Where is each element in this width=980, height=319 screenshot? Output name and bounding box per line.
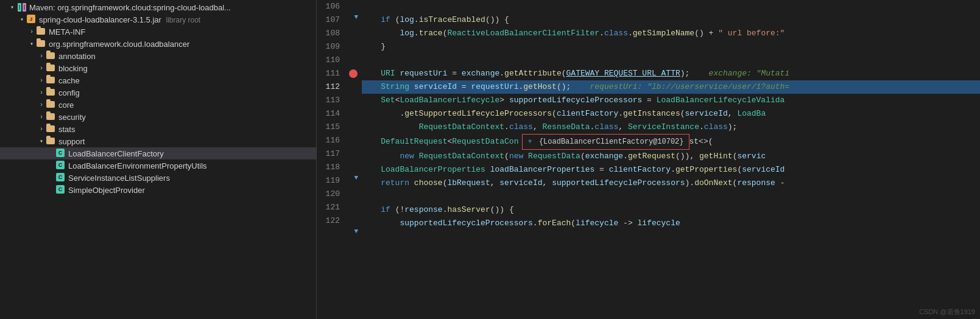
annotation-label: annotation <box>58 52 96 61</box>
service-instance-item[interactable]: C ServiceInstanceListSuppliers <box>0 172 316 184</box>
blocking-arrow <box>37 65 46 72</box>
debug-tooltip[interactable]: + {LoadBalancerClientFactory@10702} <box>522 134 689 150</box>
core-label: core <box>58 100 74 110</box>
security-label: security <box>58 113 86 122</box>
maven-root-arrow <box>7 4 17 11</box>
cache-label: cache <box>58 76 80 85</box>
meta-inf-folder-icon <box>37 27 46 37</box>
cache-folder-icon <box>46 75 56 85</box>
ln-112: 112 <box>317 80 342 94</box>
ln-115: 115 <box>317 121 342 134</box>
meta-inf-label: META-INF <box>49 27 85 37</box>
gutter-arrow-107: ▼ <box>354 13 358 21</box>
code-line-107: if (log.isTraceEnabled()) { <box>362 13 980 27</box>
code-line-111: URI requestUri = exchange.getAttribute(G… <box>362 67 980 80</box>
code-line-109: } <box>362 40 980 54</box>
blocking-folder-icon <box>46 63 56 73</box>
gutter-arrow-115: ▼ <box>354 174 358 181</box>
simple-object-item[interactable]: C SimpleObjectProvider <box>0 184 316 196</box>
cache-item[interactable]: cache <box>0 74 316 86</box>
ln-113: 113 <box>317 94 342 107</box>
maven-root-item[interactable]: Maven: org.springframework.cloud:spring-… <box>0 1 316 13</box>
support-label: support <box>58 137 85 146</box>
class2-icon: C <box>56 161 66 170</box>
cache-arrow <box>37 77 46 84</box>
jar-icon: J <box>27 15 37 24</box>
code-line-108: log.trace(ReactiveLoadBalancerClientFilt… <box>362 27 980 40</box>
jar-label: spring-cloud-loadbalancer-3.1.5.jar libr… <box>39 15 200 24</box>
maven-root-label: Maven: org.springframework.cloud:spring-… <box>29 3 231 12</box>
ln-121: 121 <box>317 201 342 214</box>
stats-arrow <box>37 126 46 133</box>
meta-inf-item[interactable]: META-INF <box>0 26 316 38</box>
ln-111: 111 <box>317 67 342 80</box>
security-arrow <box>37 114 46 121</box>
config-label: config <box>58 88 80 97</box>
meta-inf-arrow <box>27 29 37 35</box>
org-spring-label: org.springframework.cloud.loadbalancer <box>49 40 189 49</box>
annotation-item[interactable]: annotation <box>0 50 316 62</box>
file-tree[interactable]: Maven: org.springframework.cloud:spring-… <box>0 0 317 319</box>
code-area[interactable]: if (log.isTraceEnabled()) { log.trace(Re… <box>359 0 980 319</box>
org-spring-item[interactable]: org.springframework.cloud.loadbalancer <box>0 38 316 50</box>
stats-folder-icon <box>46 124 56 134</box>
code-line-114: .getSupportedLifecycleProcessors(clientF… <box>362 107 980 121</box>
security-item[interactable]: security <box>0 111 316 123</box>
annotation-arrow <box>37 53 46 60</box>
annotation-folder-icon <box>46 51 56 61</box>
class2-label: LoadBalancerEnvironmentPropertyUtils <box>68 161 207 170</box>
code-line-119: return choose(lbRequest, serviceId, supp… <box>362 177 980 190</box>
org-spring-folder-icon <box>37 39 46 49</box>
maven-icon <box>17 2 27 12</box>
watermark: CSDN @若鱼1919 <box>919 307 975 317</box>
ln-120: 120 <box>317 188 342 201</box>
ln-107: 107 <box>317 13 342 27</box>
code-line-122: supportedLifecycleProcessors.forEach(lif… <box>362 217 980 230</box>
stats-item[interactable]: stats <box>0 123 316 135</box>
config-arrow <box>37 89 46 96</box>
ln-118: 118 <box>317 161 342 174</box>
blocking-item[interactable]: blocking <box>0 62 316 74</box>
code-line-110 <box>362 54 980 67</box>
core-item[interactable]: core <box>0 99 316 111</box>
class1-icon: C <box>56 149 66 158</box>
code-line-113: Set<LoadBalancerLifecycle> supportedLife… <box>362 94 980 107</box>
ln-116: 116 <box>317 134 342 147</box>
code-line-106 <box>362 0 980 13</box>
code-content: 106 107 108 109 110 111 112 113 114 115 … <box>317 0 980 319</box>
code-line-121: if (!response.hasServer()) { <box>362 203 980 217</box>
code-line-117: new RequestDataContext(new RequestData(e… <box>362 150 980 163</box>
org-spring-arrow <box>27 40 37 47</box>
breakpoint-112 <box>349 67 358 78</box>
gutter-arrow-119: ▼ <box>354 228 358 235</box>
core-folder-icon <box>46 100 56 110</box>
ln-108: 108 <box>317 27 342 40</box>
support-item[interactable]: support <box>0 135 316 147</box>
ln-117: 117 <box>317 147 342 161</box>
config-item[interactable]: config <box>0 86 316 99</box>
core-arrow <box>37 102 46 108</box>
code-line-118: LoadBalancerProperties loadBalancerPrope… <box>362 163 980 177</box>
loadbalancer-env-item[interactable]: C LoadBalancerEnvironmentPropertyUtils <box>0 160 316 172</box>
ln-110: 110 <box>317 54 342 67</box>
code-line-116: DefaultRequest<RequestDataCon+ {LoadBala… <box>362 134 980 150</box>
gutter: ▼ ▼ ▼ <box>347 0 359 319</box>
stats-label: stats <box>58 125 75 134</box>
code-line-120 <box>362 190 980 203</box>
code-editor: 106 107 108 109 110 111 112 113 114 115 … <box>317 0 980 319</box>
ln-109: 109 <box>317 40 342 54</box>
class3-icon: C <box>56 173 66 183</box>
support-folder-icon <box>46 136 56 146</box>
support-arrow <box>37 138 46 145</box>
class1-label: LoadBalancerClientFactory <box>68 149 164 158</box>
ln-106: 106 <box>317 0 342 13</box>
code-lines: 106 107 108 109 110 111 112 113 114 115 … <box>317 0 980 319</box>
jar-arrow <box>17 16 27 23</box>
code-line-115: RequestDataContext.class, ResnseData.cla… <box>362 121 980 134</box>
ln-119: 119 <box>317 174 342 188</box>
class4-label: SimpleObjectProvider <box>68 186 145 195</box>
class3-label: ServiceInstanceListSuppliers <box>68 174 170 183</box>
jar-item[interactable]: J spring-cloud-loadbalancer-3.1.5.jar li… <box>0 13 316 26</box>
loadbalancer-client-factory-item[interactable]: C LoadBalancerClientFactory <box>0 147 316 160</box>
blocking-label: blocking <box>58 64 88 73</box>
